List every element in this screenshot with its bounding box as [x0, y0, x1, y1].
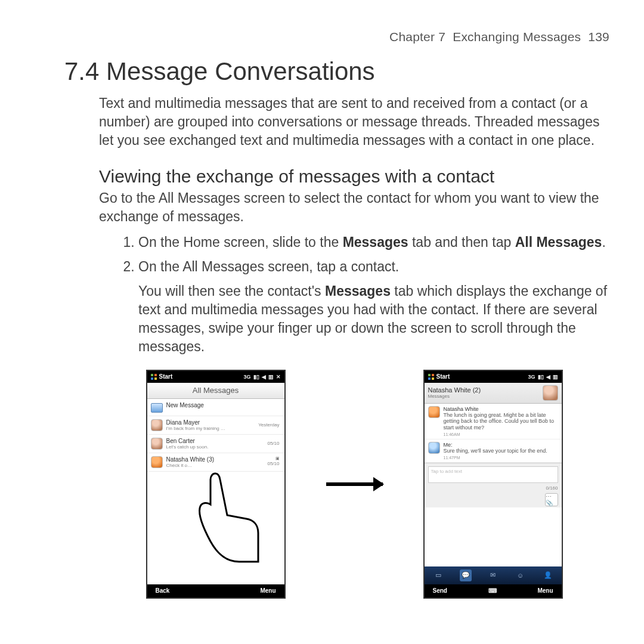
sound-icon: ◀ — [262, 374, 266, 380]
char-count: 0/160 — [546, 485, 558, 491]
phone-all-messages: Start 3G ▮▯ ◀ ▥ ✕ All Messages New Messa… — [146, 370, 286, 599]
start-label[interactable]: Start — [159, 373, 173, 380]
section-heading: 7.4 Message Conversations — [64, 57, 609, 86]
new-message-icon — [151, 403, 163, 413]
message-list[interactable]: New Message Diana Mayer I'm back from my… — [147, 399, 284, 584]
subsection-heading: Viewing the exchange of messages with a … — [99, 166, 609, 187]
start-label[interactable]: Start — [436, 373, 450, 380]
arrow-icon — [326, 482, 383, 486]
status-bar: Start 3G ▮▯ ◀ ▥ ✕ — [147, 371, 284, 383]
tab-call-icon[interactable]: 👤 — [542, 569, 554, 581]
avatar — [151, 456, 163, 468]
compose-area: Tap to add text 0/160 ⋯📎 — [425, 463, 562, 507]
avatar — [428, 442, 440, 454]
threeg-icon: 3G — [243, 374, 250, 380]
avatar — [151, 419, 163, 431]
close-icon[interactable]: ✕ — [276, 374, 281, 380]
new-message-row[interactable]: New Message — [147, 399, 284, 416]
conversation-thread[interactable]: Natasha White The lunch is going great. … — [425, 404, 562, 566]
figure: Start 3G ▮▯ ◀ ▥ ✕ All Messages New Messa… — [99, 370, 609, 599]
tab-mail-icon[interactable]: ✉ — [487, 569, 499, 581]
list-item[interactable]: Ben Carter Let's catch up soon. 05/10 — [147, 435, 284, 453]
chapter-label: Chapter 7 — [389, 30, 445, 44]
screen-title: All Messages — [147, 383, 284, 399]
contact-avatar — [543, 385, 558, 401]
softkey-bar: Send ⌨ Menu — [425, 584, 562, 597]
lead-paragraph: Go to the All Messages screen to select … — [99, 189, 609, 226]
intro-paragraph: Text and multimedia messages that are se… — [99, 94, 609, 150]
threeg-icon: 3G — [528, 374, 535, 380]
battery-icon: ▥ — [553, 374, 558, 380]
tab-updates-icon[interactable]: ☺ — [515, 569, 527, 581]
sound-icon: ◀ — [546, 374, 550, 380]
step-1: On the Home screen, slide to the Message… — [138, 233, 609, 252]
signal-icon: ▮▯ — [253, 374, 259, 380]
list-item[interactable]: Diana Mayer I'm back from my training … … — [147, 416, 284, 435]
contact-header[interactable]: Natasha White (2) Messages — [425, 383, 562, 404]
softkey-left[interactable]: Back — [156, 587, 170, 594]
phone-conversation: Start 3G ▮▯ ◀ ▥ Natasha White (2) Messag… — [423, 370, 563, 599]
page-number: 139 — [588, 30, 609, 44]
avatar — [151, 438, 163, 450]
signal-icon: ▮▯ — [538, 374, 544, 380]
softkey-right[interactable]: Menu — [537, 587, 553, 594]
message-out: Me: Sure thing, we'll save your topic fo… — [425, 439, 562, 463]
tab-profile-icon[interactable]: ▭ — [432, 569, 444, 581]
step-2: On the All Messages screen, tap a contac… — [138, 258, 609, 356]
tab-bar: ▭ 💬 ✉ ☺ 👤 — [425, 566, 562, 584]
chapter-title: Exchanging Messages — [453, 30, 581, 44]
windows-icon — [151, 374, 157, 380]
mms-icon: ▣ — [275, 456, 280, 461]
compose-input[interactable]: Tap to add text — [428, 466, 558, 483]
keyboard-icon[interactable]: ⌨ — [488, 587, 497, 594]
windows-icon — [428, 374, 434, 380]
softkey-right[interactable]: Menu — [260, 587, 275, 594]
status-bar: Start 3G ▮▯ ◀ ▥ — [425, 371, 562, 383]
softkey-bar: Back Menu — [147, 584, 284, 597]
list-item[interactable]: Natasha White (3) Check it o… ▣ 05/10 — [147, 453, 284, 472]
battery-icon: ▥ — [268, 374, 274, 380]
tab-messages-icon[interactable]: 💬 — [460, 569, 472, 581]
step-list: On the Home screen, slide to the Message… — [99, 233, 609, 356]
softkey-left[interactable]: Send — [433, 587, 447, 594]
avatar — [428, 406, 440, 418]
attach-button[interactable]: ⋯📎 — [545, 493, 558, 506]
message-in: Natasha White The lunch is going great. … — [425, 404, 562, 439]
running-header: Chapter 7 Exchanging Messages 139 — [64, 30, 609, 44]
